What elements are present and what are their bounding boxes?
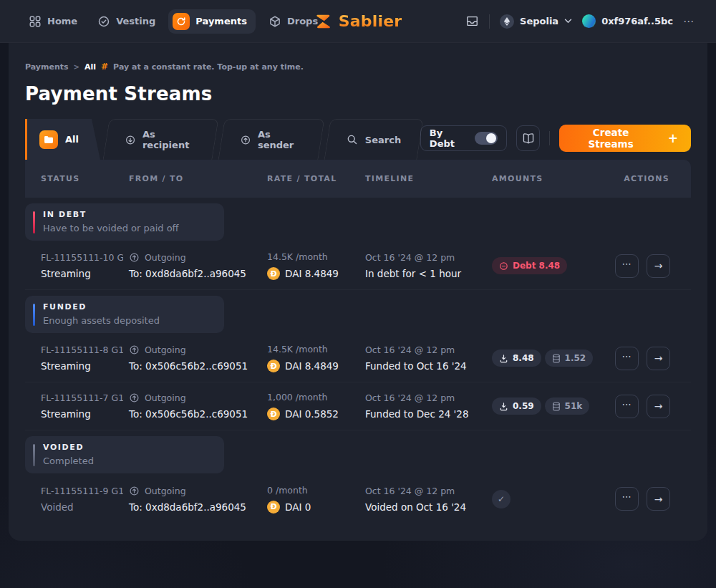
stream-status: Voided	[41, 501, 129, 513]
stream-token-total: Đ DAI 8.4849	[267, 267, 365, 280]
tab-search[interactable]: Search	[324, 119, 423, 160]
stream-direction: Outgoing	[129, 252, 267, 263]
col-header-status: Status	[41, 174, 129, 183]
by-debt-toggle[interactable]	[475, 132, 497, 145]
section-in-debt: In debt Have to be voided or paid off	[25, 203, 224, 241]
streams-table: Status From / To Rate / Total Timeline A…	[25, 160, 691, 523]
deposited-badge: 1.52	[545, 350, 594, 367]
stream-row[interactable]: FL-11155111-7 G1 1/4 Streaming Outgoing …	[25, 382, 691, 430]
stream-status: Streaming	[41, 360, 129, 372]
cube-icon	[268, 15, 281, 28]
nav-item-vesting[interactable]: Vesting	[90, 10, 163, 33]
outgoing-icon	[129, 252, 140, 263]
search-icon	[346, 134, 357, 145]
repeat-icon	[173, 13, 190, 30]
row-open-button[interactable]: →	[647, 395, 670, 418]
by-debt-control: By Debt	[420, 125, 507, 151]
section-title: In debt	[43, 210, 179, 219]
row-open-button[interactable]: →	[647, 347, 670, 370]
wallet-account[interactable]: 0xf976af..5bc	[582, 14, 673, 28]
divider	[489, 14, 490, 29]
tab-all[interactable]: All	[25, 119, 100, 160]
tab-label: Search	[364, 135, 400, 145]
breadcrumb-current: All	[84, 62, 96, 72]
sablier-logo-icon	[314, 12, 333, 31]
row-menu-button[interactable]: ⋯	[615, 254, 639, 278]
stream-status: Streaming	[41, 268, 129, 279]
docs-button[interactable]	[516, 125, 541, 151]
download-icon	[499, 354, 508, 363]
debt-badge: Debt 8.48	[492, 257, 567, 274]
list-controls: By Debt Create Streams +	[420, 125, 691, 160]
page-title: Payment Streams	[25, 83, 691, 105]
stream-rate: 1,000 /month	[267, 392, 365, 403]
by-debt-label: By Debt	[430, 127, 468, 149]
row-open-button[interactable]: →	[647, 254, 670, 278]
settled-check-badge: ✓	[492, 490, 511, 509]
stream-timeline-status: In debt for < 1 hour	[365, 268, 492, 279]
section-accent-bar	[33, 304, 35, 326]
stream-row[interactable]: FL-11155111-9 G1 3/4 Voided Outgoing To:…	[25, 475, 691, 523]
network-selector[interactable]: Sepolia	[500, 14, 572, 29]
tab-as-recipient[interactable]: As recipient	[102, 119, 218, 160]
breadcrumb-tagline: Pay at a constant rate. Top-up at any ti…	[113, 62, 304, 72]
col-header-actions: Actions	[615, 174, 669, 183]
stream-rate: 0 /month	[267, 485, 365, 496]
stream-recipient: To: 0x506c56b2..c69051	[129, 360, 267, 372]
dai-token-icon: Đ	[267, 408, 280, 420]
row-menu-button[interactable]: ⋯	[615, 487, 639, 511]
section-title: Funded	[43, 302, 160, 312]
row-menu-button[interactable]: ⋯	[615, 395, 639, 418]
stream-row[interactable]: FL-11155111-8 G1 2/4 Streaming Outgoing …	[25, 334, 691, 382]
withdrawn-badge: 8.48	[492, 350, 541, 367]
row-menu-button[interactable]: ⋯	[615, 347, 639, 370]
tab-label: As recipient	[142, 129, 195, 150]
nav-item-home[interactable]: Home	[21, 10, 84, 33]
section-funded: Funded Enough assets deposited	[25, 296, 224, 333]
stream-rate: 14.5K /month	[267, 344, 365, 355]
toggle-knob	[486, 133, 496, 143]
stream-timeline-status: Funded to Dec 24 '28	[365, 408, 492, 420]
stream-direction: Outgoing	[129, 392, 267, 403]
stream-recipient: To: 0xd8da6bf2..a96045	[129, 501, 267, 513]
outgoing-icon	[129, 486, 140, 496]
breadcrumb: Payments > All # Pay at a constant rate.…	[25, 43, 691, 72]
dai-token-icon: Đ	[267, 360, 280, 372]
database-icon	[552, 402, 561, 411]
deposited-badge: 51k	[545, 397, 590, 415]
stream-timeline-status: Funded to Oct 16 '24	[365, 360, 492, 372]
book-icon	[522, 132, 535, 144]
section-accent-bar	[33, 444, 35, 466]
tab-as-sender[interactable]: As sender	[218, 119, 324, 160]
nav-right: Sepolia 0xf976af..5bc ⋯	[465, 14, 695, 29]
stream-token-total: Đ DAI 0	[267, 501, 365, 514]
breadcrumb-root[interactable]: Payments	[25, 62, 69, 72]
top-nav: Home Vesting Payments Drops	[0, 0, 716, 43]
stream-row[interactable]: FL-11155111-10 G1 4... Streaming Outgoin…	[25, 242, 691, 290]
download-icon	[499, 402, 508, 411]
tab-label: As sender	[258, 129, 301, 150]
nav-item-payments[interactable]: Payments	[168, 9, 256, 34]
stream-direction: Outgoing	[129, 486, 267, 496]
create-streams-label: Create Streams	[572, 127, 649, 150]
brand[interactable]: Sablier	[314, 12, 402, 31]
stream-id: FL-11155111-9 G1 3/4	[41, 486, 123, 496]
section-accent-bar	[33, 211, 35, 233]
row-open-button[interactable]: →	[647, 487, 670, 511]
badge-check-icon	[97, 15, 110, 28]
folder-icon	[39, 130, 58, 149]
nav-more-button[interactable]: ⋯	[683, 15, 695, 28]
stream-id: FL-11155111-7 G1 1/4	[41, 392, 123, 403]
stream-start-date: Oct 16 '24 @ 12 pm	[365, 344, 492, 355]
create-streams-button[interactable]: Create Streams +	[559, 125, 691, 152]
stream-status: Streaming	[41, 408, 129, 420]
arrow-down-circle-icon	[125, 134, 135, 146]
tab-label: All	[65, 134, 79, 145]
stream-id: FL-11155111-8 G1 2/4	[41, 344, 123, 355]
col-header-amounts: Amounts	[492, 174, 615, 183]
wallet-address: 0xf976af..5bc	[601, 16, 673, 26]
withdrawn-badge: 0.59	[492, 397, 541, 415]
col-header-rate-total: Rate / Total	[267, 174, 365, 183]
nav-item-label: Home	[47, 16, 77, 26]
inbox-icon[interactable]	[465, 14, 479, 28]
